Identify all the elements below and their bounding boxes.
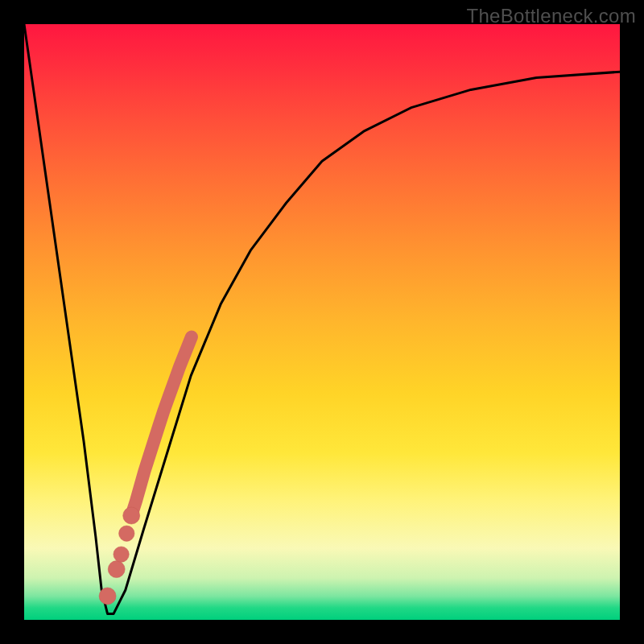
data-marker bbox=[99, 588, 116, 605]
bottleneck-curve bbox=[24, 24, 620, 614]
data-marker bbox=[119, 526, 134, 541]
data-marker bbox=[108, 561, 125, 578]
data-marker bbox=[114, 547, 129, 562]
chart-frame: TheBottleneck.com bbox=[0, 0, 644, 644]
marker-band bbox=[131, 337, 192, 516]
chart-svg bbox=[24, 24, 620, 620]
data-marker bbox=[123, 507, 140, 524]
plot-area bbox=[24, 24, 620, 620]
